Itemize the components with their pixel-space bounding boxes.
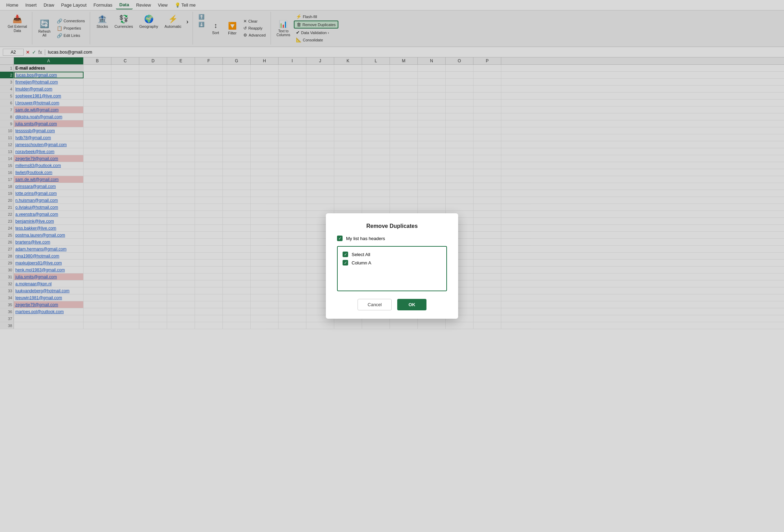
cancel-button[interactable]: Cancel (358, 299, 392, 310)
ok-button[interactable]: OK (397, 299, 426, 310)
select-all-label: Select All (352, 252, 370, 257)
dialog-buttons: Cancel OK (337, 299, 447, 310)
column-a-item[interactable]: ✓ Column A (343, 259, 441, 267)
select-all-item[interactable]: ✓ Select All (343, 250, 441, 259)
has-headers-row: ✓ My list has headers (337, 236, 447, 241)
column-a-label: Column A (352, 260, 371, 265)
remove-duplicates-dialog: Remove Duplicates ✓ My list has headers … (326, 213, 458, 319)
columns-listbox[interactable]: ✓ Select All ✓ Column A (337, 246, 447, 291)
has-headers-label: My list has headers (346, 236, 385, 241)
column-a-checkbox[interactable]: ✓ (343, 260, 348, 265)
select-all-checkbox[interactable]: ✓ (343, 252, 348, 257)
dialog-title: Remove Duplicates (337, 223, 447, 229)
dialog-overlay: Remove Duplicates ✓ My list has headers … (0, 0, 784, 532)
has-headers-checkbox[interactable]: ✓ (337, 236, 343, 241)
